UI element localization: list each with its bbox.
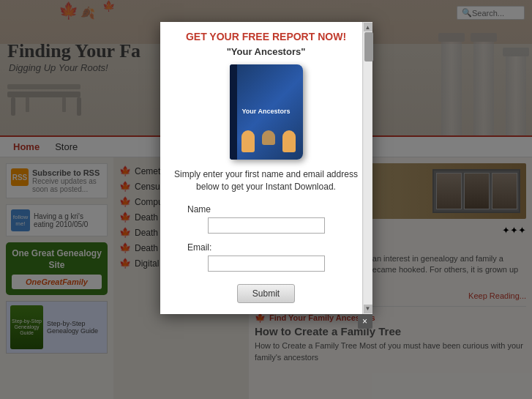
book-figures xyxy=(239,130,299,152)
name-input[interactable] xyxy=(208,217,325,234)
submit-button[interactable]: Submit xyxy=(237,284,295,303)
modal-headline: GET YOUR FREE REPORT NOW! xyxy=(186,31,346,42)
modal-description: Simply enter your first name and email a… xyxy=(173,168,359,193)
scrollbar-thumb[interactable] xyxy=(364,32,373,61)
modal-subtitle: "Your Ancestors" xyxy=(227,46,306,57)
close-button[interactable]: × xyxy=(358,314,372,329)
email-label: Email: xyxy=(173,242,211,253)
scrollbar-down[interactable]: ▼ xyxy=(364,305,372,313)
modal-content: GET YOUR FREE REPORT NOW! "Your Ancestor… xyxy=(173,31,359,303)
scrollbar-up[interactable]: ▲ xyxy=(364,23,372,31)
free-report-modal: ▲ ▼ GET YOUR FREE REPORT NOW! "Your Ance… xyxy=(160,22,372,314)
modal-scrollbar[interactable]: ▲ ▼ xyxy=(362,22,372,314)
book-title-text: Your Ancestors xyxy=(234,108,297,116)
name-label: Name xyxy=(173,204,211,215)
scrollbar-track xyxy=(364,31,372,305)
modal-book-image: Your Ancestors xyxy=(230,64,303,160)
email-input[interactable] xyxy=(208,256,325,272)
modal-overlay[interactable]: ▲ ▼ GET YOUR FREE REPORT NOW! "Your Ance… xyxy=(0,0,532,399)
